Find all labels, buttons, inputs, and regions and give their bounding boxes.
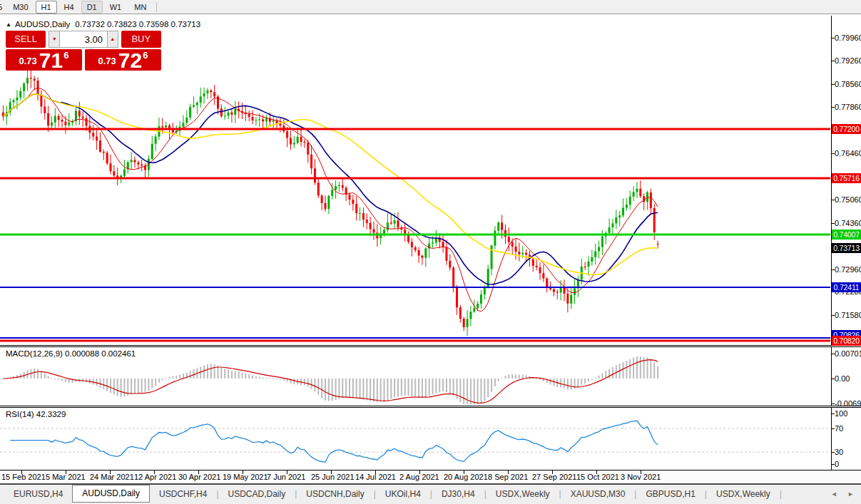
date-label: 20 Aug 2021 [444,473,488,481]
price-tick-label: 0.71580 [835,310,861,320]
timeframe-button-h1[interactable]: H1 [36,1,57,14]
buy-price-display[interactable]: 0.73 72 6 [85,49,161,71]
chart-tab-eurusd-h4[interactable]: EURUSD,H4 [4,487,72,502]
sell-button[interactable]: SELL [6,31,46,48]
rsi-axis-label: 70 [835,423,843,433]
timeframe-toolbar: 5M30H1H4D1W1MN [0,0,861,14]
chart-tab-dj30-h4[interactable]: DJ30,H4 [432,487,484,502]
buy-price-prefix: 0.73 [98,56,116,66]
price-tick-label: 0.77860 [835,102,861,112]
chart-tab-bar: EURUSD,H4AUDUSD,DailyUSDCHF,H4|USDCAD,Da… [0,483,861,504]
chart-tab-usdx-weekly[interactable]: USDX,Weekly [486,487,559,502]
chart-tab-usdx-weekly[interactable]: USDX,Weekly [707,487,780,502]
rsi-axis-label: 30 [835,447,843,457]
price-tick-label: 0.76460 [835,148,861,158]
timeframe-button-w1[interactable]: W1 [104,1,128,14]
timeframe-button-m30[interactable]: M30 [7,1,34,14]
date-label: 14 Jul 2021 [355,473,396,481]
macd-axis-label: 0.007015 [835,349,861,359]
chart-tab-ukoil-h4[interactable]: UKOil,H4 [376,487,430,502]
rsi-panel[interactable] [0,408,861,470]
date-label: 15 Feb 2021 [1,473,46,481]
sell-price-prefix: 0.73 [19,56,37,66]
mt4-window: 5M30H1H4D1W1MN ▲AUDUSD,Daily0.73732 0.73… [0,0,861,504]
price-tick-label: 0.72960 [835,264,861,274]
rsi-axis-label: 0 [835,459,839,469]
chart-title: ▲AUDUSD,Daily0.73732 0.73823 0.73598 0.7… [6,20,200,29]
toolbar-separator [156,2,157,12]
buy-price-sup: 6 [143,50,148,61]
macd-indicator-label: MACD(12,26,9) 0.000088 0.002461 [6,349,136,358]
tabs-scroll-right-button[interactable]: ► [847,490,854,498]
date-label: 24 Mar 2021 [90,473,134,481]
chart-tab-usdcad-daily[interactable]: USDCAD,Daily [219,487,295,502]
chart-tab-xauusd-m30[interactable]: XAUUSD,M30 [561,487,635,502]
timeframe-button-5[interactable]: 5 [0,1,6,14]
macd-axis-label: -0.006923 [835,398,861,408]
buy-button[interactable]: BUY [121,31,161,48]
collapse-panel-icon[interactable]: ▲ [6,21,11,28]
date-label: 8 Sep 2021 [488,473,528,481]
macd-axis-label: 0.00 [835,374,850,384]
timeframe-button-d1[interactable]: D1 [81,1,103,14]
sell-price-sup: 6 [63,50,68,61]
date-label: 12 Apr 2021 [134,473,176,481]
date-label: 27 Sep 2021 [532,473,576,481]
chart-tab-usdcnh-daily[interactable]: USDCNH,Daily [297,487,373,502]
rsi-axis-label: 100 [835,408,847,418]
panel-splitter[interactable] [0,406,861,408]
panel-splitter[interactable] [0,345,861,347]
timeframe-button-mn[interactable]: MN [128,1,152,14]
tab-scroll-buttons: ◄ ► [822,490,854,498]
sell-price-display[interactable]: 0.73 71 6 [6,49,82,71]
tabs-scroll-left-button[interactable]: ◄ [831,490,837,498]
price-tick-label: 0.79960 [835,33,861,43]
volume-increase-button[interactable]: ▲ [107,31,118,48]
rsi-indicator-label: RSI(14) 42.3329 [6,410,66,418]
date-label: 7 Jun 2021 [267,473,305,481]
chart-tab-gbpusd-h1[interactable]: GBPUSD,H1 [636,487,704,502]
volume-decrease-button[interactable]: ▼ [49,31,60,48]
date-label: 19 May 2021 [223,473,268,481]
date-label: 25 Jun 2021 [311,473,355,481]
price-line-label: 0.72411 [832,282,861,292]
one-click-trade-panel: SELL ▼ ▲ BUY 0.73 71 6 0.73 72 6 [6,31,161,71]
price-line-label: 0.73713 [832,243,861,253]
date-label: 30 Apr 2021 [178,473,220,481]
chart-tab-usdchf-h4[interactable]: USDCHF,H4 [150,487,216,502]
price-line-label: 0.74007 [832,230,861,240]
chart-symbol-label: AUDUSD,Daily [15,20,70,29]
price-line-label: 0.70820 [832,336,861,346]
date-label: 5 Mar 2021 [46,473,86,481]
tab-separator: | [780,487,782,502]
date-label: 2 Aug 2021 [399,473,439,481]
price-line-label: 0.75716 [832,173,861,183]
price-line-label: 0.77200 [832,124,861,134]
timeframe-button-h4[interactable]: H4 [58,1,80,14]
date-label: 3 Nov 2021 [621,473,661,481]
trade-prices-row: 0.73 71 6 0.73 72 6 [6,49,161,71]
date-label: 15 Oct 2021 [576,473,619,481]
volume-input[interactable] [60,31,107,48]
chart-ohlc-values: 0.73732 0.73823 0.73598 0.73713 [75,20,200,29]
price-tick-label: 0.75060 [835,195,861,205]
price-tick-label: 0.78560 [835,79,861,89]
sell-price-big: 71 [39,51,63,69]
price-tick-label: 0.79260 [835,56,861,66]
buy-price-big: 72 [118,51,142,69]
chart-tab-audusd-daily[interactable]: AUDUSD,Daily [72,485,150,503]
price-tick-label: 0.74360 [835,218,861,228]
trade-controls-row: SELL ▼ ▲ BUY [6,31,161,48]
